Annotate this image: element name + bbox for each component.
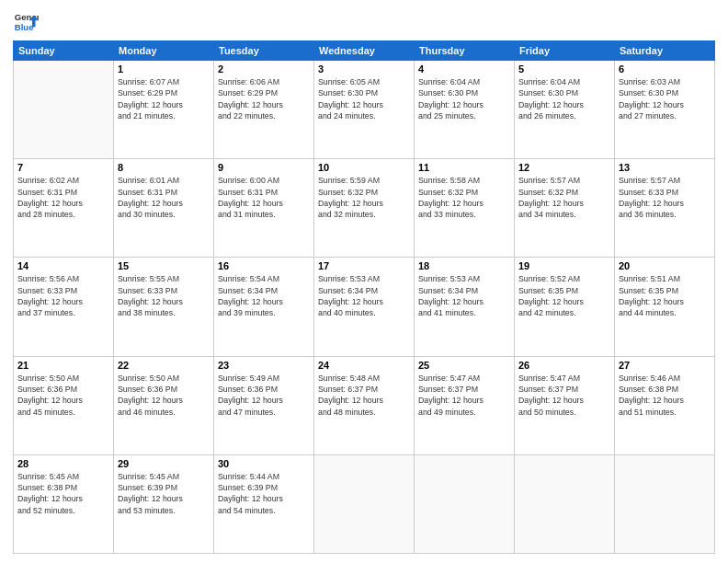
calendar-cell: 16Sunrise: 5:54 AMSunset: 6:34 PMDayligh… [214,258,314,356]
weekday-header-saturday: Saturday [615,41,715,61]
day-number: 29 [118,458,210,469]
day-number: 23 [218,360,310,371]
day-number: 6 [619,63,711,75]
calendar-cell [615,454,715,553]
day-info: Sunrise: 6:04 AMSunset: 6:30 PMDaylight:… [518,76,610,121]
day-number: 10 [318,162,410,173]
calendar-cell: 21Sunrise: 5:50 AMSunset: 6:36 PMDayligh… [14,356,114,454]
day-number: 18 [418,260,510,271]
calendar-cell: 7Sunrise: 6:02 AMSunset: 6:31 PMDaylight… [14,159,114,258]
calendar-cell: 28Sunrise: 5:45 AMSunset: 6:38 PMDayligh… [14,454,114,553]
header: General Blue [13,9,715,35]
day-info: Sunrise: 5:51 AMSunset: 6:35 PMDaylight:… [619,273,711,318]
day-info: Sunrise: 5:56 AMSunset: 6:33 PMDaylight:… [17,273,109,318]
day-info: Sunrise: 5:45 AMSunset: 6:39 PMDaylight:… [118,471,210,516]
day-info: Sunrise: 6:03 AMSunset: 6:30 PMDaylight:… [619,76,711,121]
calendar-cell: 19Sunrise: 5:52 AMSunset: 6:35 PMDayligh… [515,258,615,356]
day-info: Sunrise: 6:04 AMSunset: 6:30 PMDaylight:… [418,76,510,121]
page: General Blue SundayMondayTuesdayWednesda… [0,0,728,563]
day-number: 11 [418,162,510,173]
day-number: 2 [218,63,310,75]
day-info: Sunrise: 6:01 AMSunset: 6:31 PMDaylight:… [118,175,210,220]
weekday-header-monday: Monday [114,41,214,61]
calendar-week-row: 21Sunrise: 5:50 AMSunset: 6:36 PMDayligh… [14,356,715,454]
day-number: 30 [218,458,310,469]
logo: General Blue [13,9,39,35]
weekday-header-wednesday: Wednesday [314,41,415,61]
weekday-header-sunday: Sunday [14,41,114,61]
day-info: Sunrise: 5:58 AMSunset: 6:32 PMDaylight:… [418,175,510,220]
day-number: 14 [17,260,109,271]
day-info: Sunrise: 5:50 AMSunset: 6:36 PMDaylight:… [118,373,210,418]
calendar-cell: 12Sunrise: 5:57 AMSunset: 6:32 PMDayligh… [515,159,615,258]
day-info: Sunrise: 5:55 AMSunset: 6:33 PMDaylight:… [118,273,210,318]
day-info: Sunrise: 6:06 AMSunset: 6:29 PMDaylight:… [218,76,310,121]
weekday-header-tuesday: Tuesday [214,41,314,61]
calendar-cell [415,454,515,553]
day-number: 4 [418,63,510,75]
calendar-cell: 30Sunrise: 5:44 AMSunset: 6:39 PMDayligh… [214,454,314,553]
day-number: 9 [218,162,310,173]
day-info: Sunrise: 6:00 AMSunset: 6:31 PMDaylight:… [218,175,310,220]
calendar-week-row: 7Sunrise: 6:02 AMSunset: 6:31 PMDaylight… [14,159,715,258]
day-info: Sunrise: 5:57 AMSunset: 6:32 PMDaylight:… [518,175,610,220]
calendar-cell: 27Sunrise: 5:46 AMSunset: 6:38 PMDayligh… [615,356,715,454]
day-number: 25 [418,360,510,371]
day-info: Sunrise: 5:50 AMSunset: 6:36 PMDaylight:… [17,373,109,418]
calendar-cell: 23Sunrise: 5:49 AMSunset: 6:36 PMDayligh… [214,356,314,454]
day-number: 27 [619,360,711,371]
day-info: Sunrise: 5:48 AMSunset: 6:37 PMDaylight:… [318,373,410,418]
day-number: 12 [518,162,610,173]
day-number: 24 [318,360,410,371]
calendar-cell: 20Sunrise: 5:51 AMSunset: 6:35 PMDayligh… [615,258,715,356]
calendar-cell: 2Sunrise: 6:06 AMSunset: 6:29 PMDaylight… [214,61,314,159]
day-number: 20 [619,260,711,271]
calendar-cell: 13Sunrise: 5:57 AMSunset: 6:33 PMDayligh… [615,159,715,258]
day-info: Sunrise: 5:54 AMSunset: 6:34 PMDaylight:… [218,273,310,318]
day-info: Sunrise: 5:47 AMSunset: 6:37 PMDaylight:… [418,373,510,418]
weekday-header-friday: Friday [515,41,615,61]
day-info: Sunrise: 5:45 AMSunset: 6:38 PMDaylight:… [17,471,109,516]
day-number: 17 [318,260,410,271]
calendar-cell: 9Sunrise: 6:00 AMSunset: 6:31 PMDaylight… [214,159,314,258]
day-info: Sunrise: 5:53 AMSunset: 6:34 PMDaylight:… [418,273,510,318]
calendar-cell [14,61,114,159]
calendar-week-row: 1Sunrise: 6:07 AMSunset: 6:29 PMDaylight… [14,61,715,159]
calendar-table: SundayMondayTuesdayWednesdayThursdayFrid… [13,40,715,554]
day-number: 22 [118,360,210,371]
calendar-week-row: 28Sunrise: 5:45 AMSunset: 6:38 PMDayligh… [14,454,715,553]
day-number: 16 [218,260,310,271]
calendar-cell: 17Sunrise: 5:53 AMSunset: 6:34 PMDayligh… [314,258,415,356]
day-info: Sunrise: 5:44 AMSunset: 6:39 PMDaylight:… [218,471,310,516]
day-info: Sunrise: 5:53 AMSunset: 6:34 PMDaylight:… [318,273,410,318]
calendar-cell: 18Sunrise: 5:53 AMSunset: 6:34 PMDayligh… [415,258,515,356]
day-info: Sunrise: 5:59 AMSunset: 6:32 PMDaylight:… [318,175,410,220]
calendar-cell [314,454,415,553]
day-number: 5 [518,63,610,75]
day-info: Sunrise: 6:07 AMSunset: 6:29 PMDaylight:… [118,76,210,121]
calendar-cell: 24Sunrise: 5:48 AMSunset: 6:37 PMDayligh… [314,356,415,454]
calendar-cell: 22Sunrise: 5:50 AMSunset: 6:36 PMDayligh… [114,356,214,454]
calendar-cell: 15Sunrise: 5:55 AMSunset: 6:33 PMDayligh… [114,258,214,356]
day-info: Sunrise: 5:47 AMSunset: 6:37 PMDaylight:… [518,373,610,418]
day-number: 3 [318,63,410,75]
weekday-header-row: SundayMondayTuesdayWednesdayThursdayFrid… [14,41,715,61]
calendar-cell: 4Sunrise: 6:04 AMSunset: 6:30 PMDaylight… [415,61,515,159]
day-number: 7 [17,162,109,173]
calendar-cell: 5Sunrise: 6:04 AMSunset: 6:30 PMDaylight… [515,61,615,159]
calendar-cell: 29Sunrise: 5:45 AMSunset: 6:39 PMDayligh… [114,454,214,553]
calendar-cell: 6Sunrise: 6:03 AMSunset: 6:30 PMDaylight… [615,61,715,159]
calendar-cell [515,454,615,553]
calendar-cell: 3Sunrise: 6:05 AMSunset: 6:30 PMDaylight… [314,61,415,159]
day-number: 13 [619,162,711,173]
calendar-cell: 10Sunrise: 5:59 AMSunset: 6:32 PMDayligh… [314,159,415,258]
day-info: Sunrise: 6:02 AMSunset: 6:31 PMDaylight:… [17,175,109,220]
day-info: Sunrise: 5:46 AMSunset: 6:38 PMDaylight:… [619,373,711,418]
day-info: Sunrise: 5:49 AMSunset: 6:36 PMDaylight:… [218,373,310,418]
calendar-cell: 25Sunrise: 5:47 AMSunset: 6:37 PMDayligh… [415,356,515,454]
day-info: Sunrise: 5:52 AMSunset: 6:35 PMDaylight:… [518,273,610,318]
day-number: 28 [17,458,109,469]
day-number: 15 [118,260,210,271]
day-number: 19 [518,260,610,271]
calendar-cell: 26Sunrise: 5:47 AMSunset: 6:37 PMDayligh… [515,356,615,454]
